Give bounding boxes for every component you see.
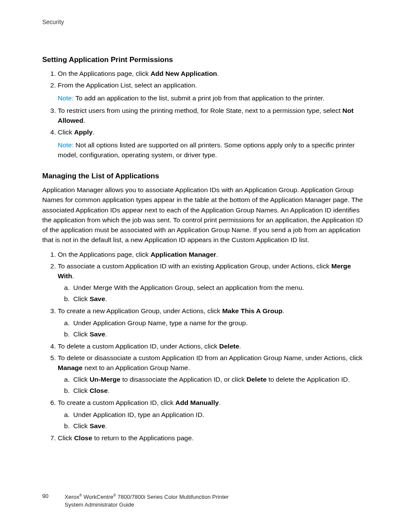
bold-text: Save [90,330,105,338]
text: . [72,272,74,280]
note-label: Note: [58,141,75,149]
bold-text: Save [90,295,105,302]
text: Click [73,295,90,302]
text: Under Merge With the Application Group, … [73,284,304,291]
text: To restrict users from using the printin… [58,107,342,114]
text: 7800/7800i Series Color Multifunction Pr… [116,494,229,500]
text: . [217,70,219,77]
sub-list-item: Click Save. [72,329,369,339]
note-block: Note: Not all options listed are support… [58,140,369,160]
list-item: On the Applications page, click Applicat… [58,249,369,259]
ordered-list: On the Applications page, click Applicat… [42,249,369,443]
bold-text: Add Manually [175,399,219,406]
bold-text: Close [74,434,92,442]
text: To delete a custom Application ID, under… [58,342,219,350]
footer-line1: Xerox® WorkCentre® 7800/7800i Series Col… [65,494,229,500]
page-header: Security [42,19,369,25]
note-text: Not all options listed are supported on … [58,141,355,159]
text: to delete the Application ID. [267,376,350,383]
text: . [108,387,109,394]
text: Click [73,330,90,338]
sub-list-item: Under Application ID, type an Applicatio… [72,410,369,420]
sub-list: Under Application Group Name, type a nam… [58,318,369,339]
text: to return to the Applications page. [92,434,193,442]
text: Under Application Group Name, type a nam… [73,319,248,327]
note-label: Note: [58,94,75,102]
list-item: To associate a custom Application ID wit… [58,261,369,305]
list-item: To delete or disassociate a custom Appli… [58,353,369,396]
text: Click [73,422,90,429]
sub-list-item: Click Save. [72,421,369,431]
text: Click [73,376,90,383]
sub-list: Under Merge With the Application Group, … [58,283,369,304]
text: next to an Application Group Name. [83,364,190,371]
text: To create a custom Application ID, click [58,399,175,406]
text: . [239,342,241,350]
sub-list: Click Un-Merge to disassociate the Appli… [58,374,369,396]
text: On the Applications page, click [58,251,150,258]
list-item: To delete a custom Application ID, under… [58,341,369,351]
text: . [93,128,94,136]
page-number: 90 [42,493,48,499]
text: WorkCentre [82,494,113,500]
text: Xerox [65,494,79,500]
bold-text: Manage [58,364,83,371]
sub-list-item: Under Merge With the Application Group, … [72,283,369,293]
sub-list: Under Application ID, type an Applicatio… [58,410,369,431]
bold-text: Add New Application [150,70,217,77]
text: . [105,295,107,302]
text: . [105,422,107,429]
document-page: Security Setting Application Print Permi… [0,0,411,532]
text: From the Application List, select an app… [58,81,197,89]
note-text: To add an application to the list, submi… [75,94,324,102]
bold-text: Make This A Group [222,307,283,314]
text: to disassociate the Application ID, or c… [120,376,246,383]
text: Under Application ID, type an Applicatio… [73,411,204,418]
list-item: To restrict users from using the printin… [58,106,369,126]
sub-list-item: Under Application Group Name, type a nam… [72,318,369,328]
bold-text: Apply [74,128,93,136]
text: Click [73,387,90,394]
text: To delete or disassociate a custom Appli… [58,354,362,361]
sub-list-item: Click Un-Merge to disassociate the Appli… [72,374,369,385]
sub-list-item: Click Save. [72,294,369,304]
footer-line2: System Administrator Guide [65,501,134,508]
text: Click [58,128,74,136]
list-item: Click Close to return to the Application… [58,433,369,443]
text: On the Applications page, click [58,70,150,77]
bold-text: Save [90,422,105,429]
list-item: From the Application List, select an app… [58,80,369,103]
list-item: To create a custom Application ID, click… [58,398,369,431]
sub-list-item: Click Close. [72,386,369,396]
list-item: To create a new Application Group, under… [58,306,369,339]
footer-text: Xerox® WorkCentre® 7800/7800i Series Col… [65,493,229,509]
page-footer: 90 Xerox® WorkCentre® 7800/7800i Series … [42,493,369,509]
bold-text: Delete [246,376,267,383]
text: . [283,307,284,314]
section-title-print-permissions: Setting Application Print Permissions [42,56,369,64]
intro-paragraph: Application Manager allows you to associ… [42,185,369,245]
list-item: Click Apply. Note: Not all options liste… [58,127,369,160]
section-title-managing-apps: Managing the List of Applications [42,172,369,180]
note-block: Note: To add an application to the list,… [58,93,369,103]
text: To create a new Application Group, under… [58,307,222,314]
text: To associate a custom Application ID wit… [58,262,331,270]
text: . [105,330,107,338]
list-item: On the Applications page, click Add New … [58,68,369,78]
bold-text: Application Manager [150,251,216,258]
bold-text: Delete [219,342,240,350]
ordered-list: On the Applications page, click Add New … [42,68,369,160]
text: . [83,117,85,124]
text: . [216,251,218,258]
text: Click [58,434,74,442]
bold-text: Un-Merge [90,376,120,383]
bold-text: Close [90,387,108,394]
text: . [219,399,221,406]
